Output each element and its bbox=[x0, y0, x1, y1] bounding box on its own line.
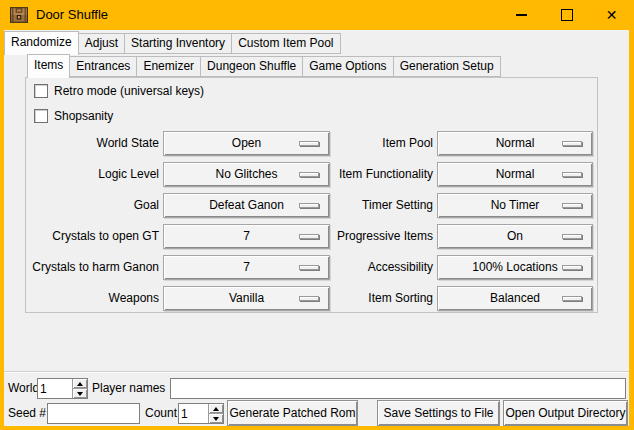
tab-custom-item-pool[interactable]: Custom Item Pool bbox=[231, 33, 340, 54]
dropdown-value: 7 bbox=[243, 256, 250, 279]
generate-patched-rom-button[interactable]: Generate Patched Rom bbox=[227, 400, 358, 426]
arrow-down-icon bbox=[213, 417, 219, 421]
accessibility-label: Accessibility bbox=[330, 255, 433, 280]
weapons-dropdown[interactable]: Vanilla bbox=[163, 286, 330, 311]
dropdown-indicator-icon bbox=[562, 296, 582, 301]
dropdown-value: Normal bbox=[496, 163, 535, 186]
tab-game-options[interactable]: Game Options bbox=[302, 56, 393, 77]
bottom-separator bbox=[4, 371, 629, 373]
tab-entrances[interactable]: Entrances bbox=[69, 56, 137, 77]
dropdown-indicator-icon bbox=[562, 234, 582, 239]
dropdown-value: Open bbox=[232, 132, 261, 155]
dropdown-value: 7 bbox=[243, 225, 250, 248]
spinner-buttons bbox=[72, 379, 87, 398]
crystals-gt-dropdown[interactable]: 7 bbox=[163, 224, 330, 249]
crystals-gt-label: Crystals to open GT bbox=[25, 224, 159, 249]
spin-up-button[interactable] bbox=[73, 379, 87, 388]
inner-tab-bar: Items Entrances Enemizer Dungeon Shuffle… bbox=[27, 54, 500, 77]
titlebar[interactable]: Door Shuffle ✕ bbox=[0, 0, 634, 30]
world-state-label: World State bbox=[25, 131, 159, 156]
dropdown-value: Vanilla bbox=[229, 287, 264, 310]
dropdown-value: No Glitches bbox=[215, 163, 277, 186]
dropdown-value: Normal bbox=[496, 132, 535, 155]
tab-starting-inventory[interactable]: Starting Inventory bbox=[124, 33, 232, 54]
player-names-label: Player names bbox=[92, 378, 165, 399]
spin-up-button[interactable] bbox=[209, 404, 223, 413]
crystals-ganon-dropdown[interactable]: 7 bbox=[163, 255, 330, 280]
window-title: Door Shuffle bbox=[36, 0, 108, 30]
retro-mode-checkbox[interactable]: Retro mode (universal keys) bbox=[34, 84, 204, 98]
count-label: Count bbox=[145, 403, 177, 424]
dropdown-indicator-icon bbox=[299, 265, 319, 270]
dropdown-indicator-icon bbox=[562, 203, 582, 208]
seed-label: Seed # bbox=[8, 403, 46, 424]
goal-label: Goal bbox=[25, 193, 159, 218]
seed-input[interactable] bbox=[47, 403, 140, 424]
window-controls: ✕ bbox=[499, 0, 634, 30]
tab-items[interactable]: Items bbox=[27, 54, 70, 78]
dropdown-indicator-icon bbox=[562, 141, 582, 146]
item-pool-label: Item Pool bbox=[330, 131, 433, 156]
save-settings-button[interactable]: Save Settings to File bbox=[377, 400, 500, 426]
minimize-icon bbox=[516, 14, 527, 16]
timer-setting-label: Timer Setting bbox=[330, 193, 433, 218]
dropdown-indicator-icon bbox=[299, 203, 319, 208]
maximize-icon bbox=[561, 9, 573, 21]
logic-level-label: Logic Level bbox=[25, 162, 159, 187]
tab-enemizer[interactable]: Enemizer bbox=[136, 56, 201, 77]
close-button[interactable]: ✕ bbox=[589, 0, 634, 30]
dropdown-indicator-icon bbox=[562, 172, 582, 177]
dropdown-value: Defeat Ganon bbox=[209, 194, 284, 217]
player-names-input[interactable] bbox=[170, 378, 626, 399]
dropdown-indicator-icon bbox=[299, 296, 319, 301]
maximize-button[interactable] bbox=[544, 0, 589, 30]
dropdown-indicator-icon bbox=[562, 265, 582, 270]
dropdown-value: On bbox=[507, 225, 523, 248]
tab-adjust[interactable]: Adjust bbox=[78, 33, 125, 54]
item-pool-dropdown[interactable]: Normal bbox=[437, 131, 593, 156]
checkbox-label: Retro mode (universal keys) bbox=[54, 84, 204, 98]
item-functionality-label: Item Functionality bbox=[330, 162, 433, 187]
checkbox-box-icon bbox=[34, 84, 48, 98]
spin-down-button[interactable] bbox=[73, 388, 87, 398]
arrow-up-icon bbox=[77, 382, 83, 386]
weapons-label: Weapons bbox=[25, 286, 159, 311]
arrow-up-icon bbox=[213, 407, 219, 411]
dropdown-value: No Timer bbox=[491, 194, 540, 217]
progressive-items-label: Progressive Items bbox=[330, 224, 433, 249]
logic-level-dropdown[interactable]: No Glitches bbox=[163, 162, 330, 187]
goal-dropdown[interactable]: Defeat Ganon bbox=[163, 193, 330, 218]
spin-down-button[interactable] bbox=[209, 413, 223, 423]
checkbox-label: Shopsanity bbox=[54, 109, 113, 123]
item-sorting-dropdown[interactable]: Balanced bbox=[437, 286, 593, 311]
crystals-ganon-label: Crystals to harm Ganon bbox=[25, 255, 159, 280]
shopsanity-checkbox[interactable]: Shopsanity bbox=[34, 109, 113, 123]
worlds-input[interactable] bbox=[38, 379, 72, 398]
count-spinner[interactable] bbox=[178, 403, 224, 424]
door-shuffle-window: Door Shuffle ✕ Randomize Adjust Starting… bbox=[0, 0, 634, 430]
world-state-dropdown[interactable]: Open bbox=[163, 131, 330, 156]
dropdown-value: 100% Locations bbox=[472, 256, 557, 279]
item-functionality-dropdown[interactable]: Normal bbox=[437, 162, 593, 187]
checkbox-box-icon bbox=[34, 109, 48, 123]
open-output-directory-button[interactable]: Open Output Directory bbox=[503, 400, 628, 426]
arrow-down-icon bbox=[77, 392, 83, 396]
outer-tab-bar: Randomize Adjust Starting Inventory Cust… bbox=[4, 31, 340, 54]
worlds-spinner[interactable] bbox=[37, 378, 88, 399]
progressive-items-dropdown[interactable]: On bbox=[437, 224, 593, 249]
dropdown-indicator-icon bbox=[299, 141, 319, 146]
timer-setting-dropdown[interactable]: No Timer bbox=[437, 193, 593, 218]
dropdown-value: Balanced bbox=[490, 287, 540, 310]
tab-dungeon-shuffle[interactable]: Dungeon Shuffle bbox=[200, 56, 303, 77]
dropdown-indicator-icon bbox=[299, 234, 319, 239]
dropdown-indicator-icon bbox=[299, 172, 319, 177]
item-sorting-label: Item Sorting bbox=[330, 286, 433, 311]
minimize-button[interactable] bbox=[499, 0, 544, 30]
app-icon bbox=[10, 6, 28, 24]
count-input[interactable] bbox=[179, 404, 208, 423]
close-icon: ✕ bbox=[606, 8, 618, 22]
tab-randomize[interactable]: Randomize bbox=[4, 31, 79, 55]
spinner-buttons bbox=[208, 404, 223, 423]
tab-generation-setup[interactable]: Generation Setup bbox=[393, 56, 501, 77]
accessibility-dropdown[interactable]: 100% Locations bbox=[437, 255, 593, 280]
